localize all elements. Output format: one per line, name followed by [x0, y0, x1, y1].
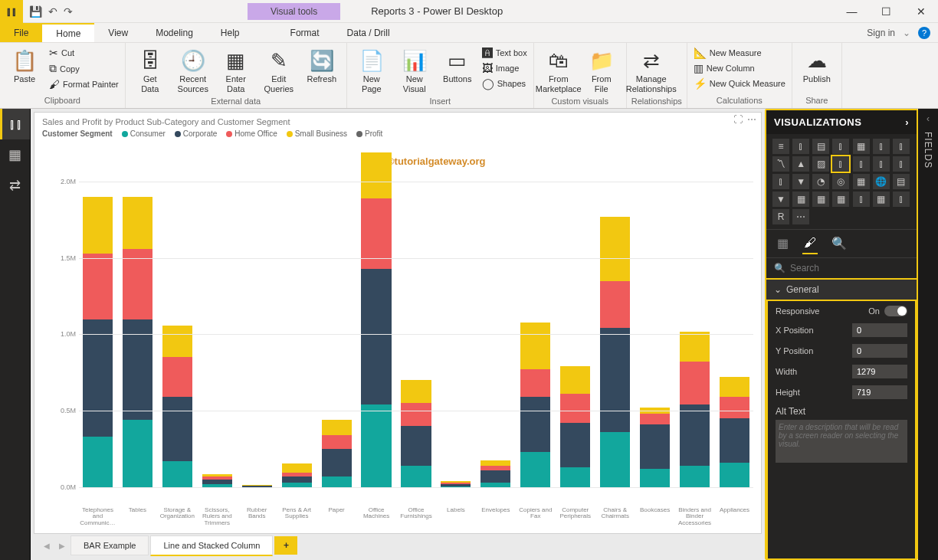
- viz-type-icon[interactable]: ⫿: [772, 174, 789, 189]
- maximize-button[interactable]: ☐: [869, 0, 904, 23]
- tab-next-icon[interactable]: ▶: [55, 542, 69, 550]
- viz-type-icon[interactable]: ▦: [792, 192, 809, 207]
- viz-type-icon[interactable]: ◎: [832, 174, 849, 189]
- viz-type-icon[interactable]: ▲: [792, 156, 809, 172]
- viz-type-icon[interactable]: ◔: [812, 174, 829, 189]
- viz-type-icon[interactable]: ▼: [772, 192, 789, 207]
- from-marketplace-button[interactable]: 🛍From Marketplace: [539, 46, 579, 95]
- fields-panel-label[interactable]: FIELDS: [923, 132, 933, 169]
- viz-type-icon[interactable]: ⫿: [893, 156, 910, 172]
- viz-type-icon[interactable]: R: [772, 209, 789, 224]
- report-canvas[interactable]: ⛶ ⋯ Sales and Profit by Product Sub-Cate…: [34, 112, 762, 534]
- buttons-button[interactable]: ▭Buttons: [438, 46, 477, 84]
- textbox-button[interactable]: 🅰Text box: [480, 46, 529, 60]
- recent-sources-button[interactable]: 🕘Recent Sources: [173, 46, 213, 95]
- height-input[interactable]: [852, 385, 907, 399]
- close-button[interactable]: ✕: [904, 0, 938, 23]
- viz-type-icon[interactable]: ⫿: [893, 139, 910, 154]
- tab-view[interactable]: View: [94, 23, 142, 42]
- chevron-down-icon[interactable]: ⌄: [903, 28, 910, 38]
- minimize-button[interactable]: —: [835, 0, 869, 23]
- viz-type-icon[interactable]: ⫿: [792, 139, 809, 154]
- format-painter-button[interactable]: 🖌Format Painter: [48, 77, 120, 91]
- undo-icon[interactable]: ↶: [48, 5, 57, 18]
- shapes-button[interactable]: ◯Shapes: [480, 77, 529, 90]
- format-tab-icon[interactable]: 🖌: [802, 233, 818, 254]
- tab-modeling[interactable]: Modeling: [142, 23, 207, 42]
- fields-tab-icon[interactable]: ▦: [776, 233, 790, 254]
- sign-in-link[interactable]: Sign in: [867, 28, 895, 38]
- viz-type-icon[interactable]: ▦: [853, 174, 870, 189]
- focus-mode-icon[interactable]: ⛶: [733, 114, 743, 125]
- format-search-input[interactable]: [790, 263, 909, 273]
- viz-type-icon[interactable]: ⫿: [873, 156, 890, 172]
- new-column-button[interactable]: ▥New Column: [692, 61, 787, 75]
- analytics-tab-icon[interactable]: 🔍: [830, 233, 848, 254]
- get-data-button[interactable]: 🗄Get Data: [130, 46, 170, 95]
- enter-data-button[interactable]: ▦Enter Data: [216, 46, 256, 95]
- viz-type-icon[interactable]: ▦: [832, 192, 849, 207]
- cut-button[interactable]: ✂Cut: [48, 46, 120, 60]
- tab-format[interactable]: Format: [277, 23, 333, 42]
- manage-relationships-button[interactable]: ⇄Manage Relationships: [631, 46, 671, 95]
- viz-type-icon[interactable]: ⫿: [832, 139, 849, 154]
- viz-type-icon[interactable]: ▤: [893, 174, 910, 189]
- new-measure-button[interactable]: 📐New Measure: [692, 46, 787, 60]
- data-view-icon[interactable]: ▦: [0, 139, 30, 170]
- refresh-button[interactable]: 🔄Refresh: [302, 46, 342, 84]
- viz-type-icon[interactable]: 🌐: [873, 174, 890, 189]
- general-section-header[interactable]: ⌄ General: [766, 278, 917, 301]
- viz-type-icon[interactable]: ▨: [812, 156, 829, 172]
- group-custom-visuals: Custom visuals: [539, 95, 622, 106]
- x-position-input[interactable]: [852, 323, 907, 337]
- chart-title: Sales and Profit by Product Sub-Category…: [42, 117, 753, 126]
- more-options-icon[interactable]: ⋯: [747, 114, 756, 125]
- viz-type-icon[interactable]: ▦: [812, 192, 829, 207]
- publish-button[interactable]: ☁Publish: [797, 46, 837, 84]
- responsive-toggle[interactable]: [884, 306, 907, 316]
- visual-tools-contextual: Visual tools: [248, 3, 340, 20]
- viz-type-icon[interactable]: ▤: [812, 139, 829, 154]
- alt-text-input[interactable]: [776, 420, 907, 463]
- edit-queries-button[interactable]: ✎Edit Queries: [259, 46, 299, 95]
- report-view-icon[interactable]: ⫿⫿: [0, 109, 30, 139]
- collapse-viz-icon[interactable]: ›: [905, 116, 909, 128]
- viz-type-icon[interactable]: ⋯: [792, 209, 809, 224]
- viz-type-icon[interactable]: ▼: [792, 174, 809, 189]
- viz-type-icon[interactable]: ≡: [772, 139, 789, 154]
- new-page-button[interactable]: 📄New Page: [352, 46, 392, 95]
- new-visual-button[interactable]: 📊New Visual: [395, 46, 435, 95]
- tab-help[interactable]: Help: [207, 23, 254, 42]
- quick-measure-button[interactable]: ⚡New Quick Measure: [692, 77, 787, 90]
- help-icon[interactable]: ?: [918, 27, 930, 39]
- save-icon[interactable]: 💾: [29, 5, 42, 18]
- paste-button[interactable]: 📋Paste: [5, 46, 44, 84]
- app-logo: ⫿⫿: [0, 0, 23, 23]
- visualizations-title: VISUALIZATIONS: [774, 116, 861, 128]
- viz-type-icon[interactable]: ⫿: [893, 192, 910, 207]
- viz-type-icon[interactable]: ⫿: [853, 192, 870, 207]
- chart-visual[interactable]: ⛶ ⋯ Sales and Profit by Product Sub-Cate…: [34, 112, 762, 534]
- viz-type-icon[interactable]: ⫿: [853, 156, 870, 172]
- tab-data-drill[interactable]: Data / Drill: [333, 23, 404, 42]
- tab-file[interactable]: File: [0, 23, 42, 42]
- copy-button[interactable]: ⧉Copy: [48, 61, 120, 76]
- expand-fields-icon[interactable]: ‹: [927, 113, 930, 124]
- from-file-button[interactable]: 📁From File: [582, 46, 622, 95]
- viz-type-icon[interactable]: ⫿: [832, 156, 849, 172]
- viz-type-icon[interactable]: ⫿: [873, 139, 890, 154]
- viz-type-icon[interactable]: ▦: [873, 192, 890, 207]
- page-tab-bar-example[interactable]: BAR Example: [71, 535, 149, 555]
- image-button[interactable]: 🖼Image: [480, 61, 529, 75]
- model-view-icon[interactable]: ⇄: [0, 170, 30, 201]
- y-position-input[interactable]: [852, 344, 907, 358]
- page-tab-line-stacked[interactable]: Line and Stacked Column: [150, 535, 273, 556]
- viz-type-icon[interactable]: 〽: [772, 156, 789, 172]
- add-page-button[interactable]: +: [274, 536, 297, 555]
- viz-type-icon[interactable]: ▦: [853, 139, 870, 154]
- tab-home[interactable]: Home: [42, 23, 94, 42]
- width-input[interactable]: [852, 365, 907, 378]
- group-external-data: External data: [130, 95, 342, 106]
- redo-icon[interactable]: ↷: [64, 5, 73, 18]
- tab-prev-icon[interactable]: ◀: [40, 542, 54, 550]
